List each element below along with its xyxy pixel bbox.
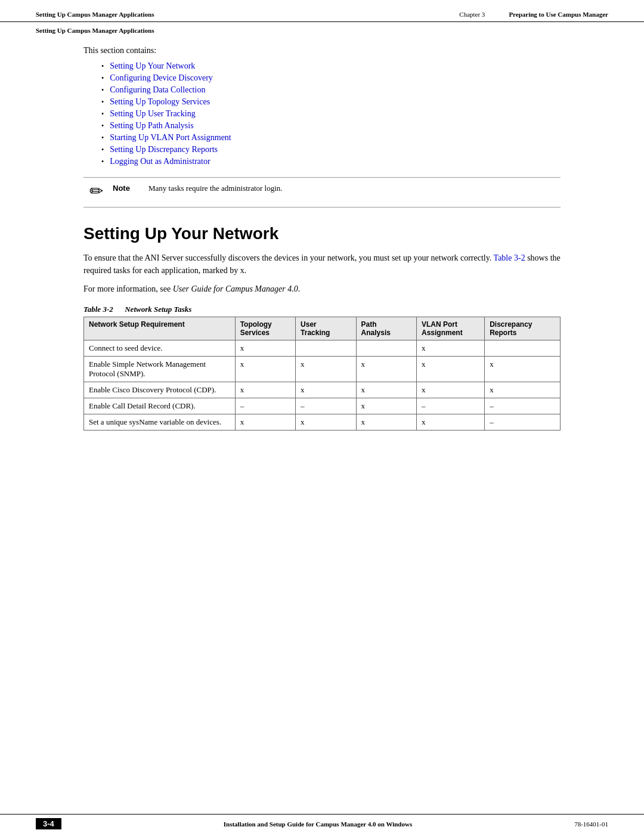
note-box: ✏ Note Many tasks require the administra… bbox=[83, 177, 561, 208]
bullet-icon: • bbox=[101, 62, 104, 71]
td-user-2: x bbox=[296, 382, 356, 398]
td-disc-1: x bbox=[485, 357, 561, 382]
th-topo-line1: Topology bbox=[240, 320, 272, 329]
header-chapter-title: Preparing to Use Campus Manager bbox=[509, 11, 608, 18]
td-path-2: x bbox=[356, 382, 416, 398]
bullet-icon: • bbox=[101, 145, 104, 154]
intro-text: This section contains: bbox=[83, 46, 561, 55]
td-user-3: – bbox=[296, 398, 356, 414]
td-req-4: Set a unique sysName variable on devices… bbox=[84, 414, 236, 431]
th-topology: Topology Services bbox=[235, 317, 295, 340]
links-list: • Setting Up Your Network • Configuring … bbox=[101, 61, 561, 166]
body2-text: For more information, see bbox=[83, 284, 173, 293]
th-user-line1: User bbox=[301, 320, 317, 329]
table-row: Enable Cisco Discovery Protocol (CDP). x… bbox=[84, 382, 561, 398]
td-disc-4: – bbox=[485, 414, 561, 431]
link-user-tracking[interactable]: Setting Up User Tracking bbox=[110, 109, 196, 119]
network-setup-table: Network Setup Requirement Topology Servi… bbox=[83, 317, 561, 431]
td-topo-2: x bbox=[235, 382, 295, 398]
th-requirement: Network Setup Requirement bbox=[84, 317, 236, 340]
link-discrepancy-reports[interactable]: Setting Up Discrepancy Reports bbox=[110, 145, 218, 154]
bullet-icon: • bbox=[101, 134, 104, 143]
bullet-icon: • bbox=[101, 110, 104, 119]
list-item: • Logging Out as Administrator bbox=[101, 157, 561, 166]
header-left-label: Setting Up Campus Manager Applications bbox=[36, 11, 154, 18]
link-path-analysis[interactable]: Setting Up Path Analysis bbox=[110, 121, 193, 131]
th-user: User Tracking bbox=[296, 317, 356, 340]
bullet-icon: • bbox=[101, 122, 104, 131]
table-row: Enable Call Detail Record (CDR). – – x –… bbox=[84, 398, 561, 414]
td-user-0 bbox=[296, 340, 356, 357]
footer-page-number: 3-4 bbox=[36, 818, 61, 829]
td-req-3: Enable Call Detail Record (CDR). bbox=[84, 398, 236, 414]
td-vlan-4: x bbox=[417, 414, 485, 431]
td-topo-0: x bbox=[235, 340, 295, 357]
list-item: • Setting Up Path Analysis bbox=[101, 121, 561, 131]
body-paragraph-1: To ensure that the ANI Server successful… bbox=[83, 252, 561, 277]
list-item: • Setting Up Discrepancy Reports bbox=[101, 145, 561, 154]
link-topology-services[interactable]: Setting Up Topology Services bbox=[110, 97, 210, 107]
page-header: Setting Up Campus Manager Applications C… bbox=[0, 0, 644, 22]
th-disc-line1: Discrepancy bbox=[490, 320, 532, 329]
td-path-0 bbox=[356, 340, 416, 357]
table-row: Set a unique sysName variable on devices… bbox=[84, 414, 561, 431]
th-discrepancy: Discrepancy Reports bbox=[485, 317, 561, 340]
header-chapter: Chapter 3 bbox=[459, 11, 485, 18]
bullet-icon: • bbox=[101, 86, 104, 95]
list-item: • Configuring Data Collection bbox=[101, 85, 561, 95]
list-item: • Setting Up Topology Services bbox=[101, 97, 561, 107]
th-user-line2: Tracking bbox=[301, 329, 330, 337]
th-topo-line2: Services bbox=[240, 329, 270, 337]
td-topo-4: x bbox=[235, 414, 295, 431]
td-topo-3: – bbox=[235, 398, 295, 414]
th-req-label: Network Setup Requirement bbox=[89, 320, 185, 329]
section-heading: Setting Up Your Network bbox=[83, 224, 561, 243]
table-ref-link[interactable]: Table 3-2 bbox=[494, 253, 525, 262]
th-path-line1: Path bbox=[361, 320, 377, 329]
footer-left: 3-4 bbox=[36, 818, 61, 829]
table-header-row: Network Setup Requirement Topology Servi… bbox=[84, 317, 561, 340]
link-logging-out[interactable]: Logging Out as Administrator bbox=[110, 157, 210, 166]
th-disc-line2: Reports bbox=[490, 329, 516, 337]
table-caption-number: Table 3-2 bbox=[83, 305, 113, 314]
td-req-0: Connect to seed device. bbox=[84, 340, 236, 357]
list-item: • Configuring Device Discovery bbox=[101, 73, 561, 83]
table-caption: Table 3-2 Network Setup Tasks bbox=[83, 305, 561, 314]
td-disc-3: – bbox=[485, 398, 561, 414]
td-req-2: Enable Cisco Discovery Protocol (CDP). bbox=[84, 382, 236, 398]
link-setting-up-network[interactable]: Setting Up Your Network bbox=[110, 61, 195, 71]
td-vlan-3: – bbox=[417, 398, 485, 414]
td-disc-0 bbox=[485, 340, 561, 357]
list-item: • Starting Up VLAN Port Assignment bbox=[101, 133, 561, 143]
body-paragraph-2: For more information, see User Guide for… bbox=[83, 283, 561, 295]
body2-end: . bbox=[298, 284, 301, 293]
link-configuring-device-discovery[interactable]: Configuring Device Discovery bbox=[110, 73, 213, 83]
table-row: Connect to seed device. x x bbox=[84, 340, 561, 357]
page-footer: 3-4 Installation and Setup Guide for Cam… bbox=[0, 814, 644, 833]
td-topo-1: x bbox=[235, 357, 295, 382]
body2-italic: User Guide for Campus Manager 4.0 bbox=[173, 284, 298, 293]
td-req-1: Enable Simple Network Management Protoco… bbox=[84, 357, 236, 382]
note-text: Many tasks require the administrator log… bbox=[148, 184, 283, 193]
th-vlan: VLAN Port Assignment bbox=[417, 317, 485, 340]
bullet-icon: • bbox=[101, 74, 104, 83]
td-path-4: x bbox=[356, 414, 416, 431]
td-vlan-2: x bbox=[417, 382, 485, 398]
td-path-1: x bbox=[356, 357, 416, 382]
footer-center-text: Installation and Setup Guide for Campus … bbox=[73, 820, 562, 828]
th-vlan-line2: Assignment bbox=[422, 329, 463, 337]
th-path-line2: Analysis bbox=[361, 329, 391, 337]
td-disc-2: x bbox=[485, 382, 561, 398]
note-icon: ✏ bbox=[89, 181, 103, 201]
th-path: Path Analysis bbox=[356, 317, 416, 340]
bullet-icon: • bbox=[101, 157, 104, 166]
td-user-4: x bbox=[296, 414, 356, 431]
note-label: Note bbox=[113, 184, 139, 193]
link-vlan-port[interactable]: Starting Up VLAN Port Assignment bbox=[110, 133, 231, 143]
td-path-3: x bbox=[356, 398, 416, 414]
section-subheader: Setting Up Campus Manager Applications bbox=[0, 22, 644, 34]
link-configuring-data-collection[interactable]: Configuring Data Collection bbox=[110, 85, 205, 95]
table-caption-title: Network Setup Tasks bbox=[125, 305, 191, 314]
subheader-label: Setting Up Campus Manager Applications bbox=[36, 27, 154, 34]
footer-right-text: 78-16401-01 bbox=[574, 820, 608, 828]
